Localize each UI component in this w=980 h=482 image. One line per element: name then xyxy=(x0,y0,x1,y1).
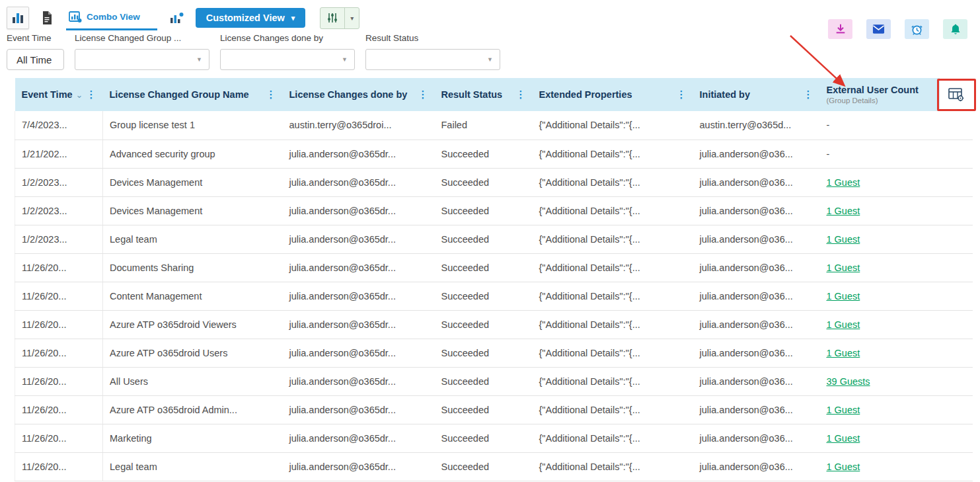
bell-icon xyxy=(950,23,961,36)
column-menu-icon[interactable]: ⋮ xyxy=(417,89,430,100)
cell-initiated-by: julia.anderson@o36... xyxy=(693,452,820,481)
column-header-external-user-count[interactable]: External User Count (Group Details) xyxy=(820,78,940,111)
column-menu-icon[interactable]: ⋮ xyxy=(515,89,527,100)
column-header-result-status[interactable]: Result Status ⋮ xyxy=(435,78,533,111)
caret-down-icon[interactable]: ▾ xyxy=(345,8,359,28)
customized-view-button[interactable]: Customized View ▾ xyxy=(196,8,306,28)
cell-event-time: 11/26/20... xyxy=(15,310,103,339)
group-name-filter-group: License Changed Group ... ▼ xyxy=(75,33,209,70)
select-caret-icon[interactable]: ▼ xyxy=(487,56,493,63)
column-header-initiated-by[interactable]: Initiated by ⋮ xyxy=(693,78,820,111)
guest-count-link[interactable]: 1 Guest xyxy=(827,234,860,245)
column-menu-icon[interactable]: ⋮ xyxy=(265,89,278,100)
cell-initiated-by: julia.anderson@o36... xyxy=(693,395,820,424)
summary-view-button[interactable] xyxy=(167,7,186,29)
cell-initiated-by: julia.anderson@o36... xyxy=(693,168,820,196)
document-icon xyxy=(41,11,53,25)
guest-count-link[interactable]: 1 Guest xyxy=(827,291,860,301)
chart-view-button[interactable] xyxy=(7,7,29,29)
cell-spacer xyxy=(940,310,973,339)
column-header-event-time[interactable]: Event Time ⌄ ⋮ xyxy=(15,78,103,111)
caret-down-icon: ▾ xyxy=(291,14,295,22)
column-header-changes-done-by[interactable]: License Changes done by ⋮ xyxy=(283,78,435,111)
guest-count-link[interactable]: 39 Guests xyxy=(827,376,870,387)
guest-count-link[interactable]: 1 Guest xyxy=(827,405,860,415)
guest-count-link[interactable]: 1 Guest xyxy=(827,433,860,444)
cell-external-user-count: 1 Guest xyxy=(820,339,940,367)
cell-extended-properties: {"Additional Details":"{... xyxy=(533,140,693,168)
cell-spacer xyxy=(940,452,973,481)
column-menu-icon[interactable]: ⋮ xyxy=(85,89,98,100)
cell-extended-properties: {"Additional Details":"{... xyxy=(533,196,693,225)
cell-extended-properties: {"Additional Details":"{... xyxy=(533,452,693,481)
document-view-button[interactable] xyxy=(37,7,57,29)
table-row: 11/26/20...Azure ATP o365droid Admin...j… xyxy=(15,395,973,424)
column-menu-icon[interactable]: ⋮ xyxy=(802,89,815,100)
cell-spacer xyxy=(940,367,973,395)
event-time-filter[interactable]: All Time xyxy=(7,49,64,70)
cell-initiated-by: julia.anderson@o36... xyxy=(693,253,820,282)
done-by-filter[interactable]: ▼ xyxy=(220,49,355,70)
cell-event-time: 1/2/2023... xyxy=(15,196,103,225)
table-row: 11/26/20...Azure ATP o365droid Viewersju… xyxy=(15,310,973,339)
guest-count-link[interactable]: 1 Guest xyxy=(827,262,860,273)
column-header-extended-properties[interactable]: Extended Properties ⋮ xyxy=(533,78,693,111)
cell-external-user-count: 1 Guest xyxy=(820,225,940,253)
cell-event-time: 11/26/20... xyxy=(15,339,103,367)
cell-result-status: Succeeded xyxy=(435,225,533,253)
event-time-filter-group: Event Time All Time xyxy=(7,33,64,70)
cell-event-time: 11/26/20... xyxy=(15,452,103,481)
cell-changes-done-by: julia.anderson@o365dr... xyxy=(283,168,435,196)
column-label: Result Status xyxy=(441,89,503,100)
guest-count-link[interactable]: 1 Guest xyxy=(827,348,860,358)
cell-initiated-by: julia.anderson@o36... xyxy=(693,310,820,339)
table-row: 7/4/2023...Group license test 1austin.te… xyxy=(15,111,973,140)
guest-count-link[interactable]: 1 Guest xyxy=(827,177,860,188)
cell-group-name: Legal team xyxy=(103,452,283,481)
combo-view-tab[interactable]: Combo View xyxy=(66,6,157,30)
column-label: Initiated by xyxy=(700,89,751,100)
guest-count-link[interactable]: 1 Guest xyxy=(827,206,860,216)
sort-icon[interactable]: ⌄ xyxy=(76,90,83,100)
result-status-filter[interactable]: ▼ xyxy=(365,49,500,70)
cell-extended-properties: {"Additional Details":"{... xyxy=(533,282,693,310)
cell-event-time: 11/26/20... xyxy=(15,424,103,452)
download-icon xyxy=(835,23,847,35)
cell-group-name: Documents Sharing xyxy=(103,253,283,282)
table-header-row: Event Time ⌄ ⋮ License Changed Group Nam… xyxy=(15,78,973,111)
guest-count-link[interactable]: 1 Guest xyxy=(827,462,860,472)
guest-count-link[interactable]: 1 Guest xyxy=(827,319,860,330)
toolbar: Combo View Customized View ▾ ▾ xyxy=(7,5,359,30)
cell-changes-done-by: julia.anderson@o365dr... xyxy=(283,452,435,481)
cell-group-name: Advanced security group xyxy=(103,140,283,168)
notification-button[interactable] xyxy=(943,19,967,39)
cell-initiated-by: julia.anderson@o36... xyxy=(693,225,820,253)
cell-changes-done-by: austin.terry@o365droi... xyxy=(283,111,435,140)
done-by-filter-group: License Changes done by ▼ xyxy=(220,33,355,70)
report-grid: Event Time ⌄ ⋮ License Changed Group Nam… xyxy=(15,78,972,481)
license-changes-table: Event Time ⌄ ⋮ License Changed Group Nam… xyxy=(15,78,973,481)
cell-external-user-count: - xyxy=(820,111,940,140)
cell-changes-done-by: julia.anderson@o365dr... xyxy=(283,253,435,282)
cell-event-time: 1/2/2023... xyxy=(15,225,103,253)
cell-external-user-count: 1 Guest xyxy=(820,310,940,339)
chart-summary-icon xyxy=(169,11,184,24)
email-button[interactable] xyxy=(866,19,891,39)
cell-extended-properties: {"Additional Details":"{... xyxy=(533,168,693,196)
column-settings-button[interactable] xyxy=(940,78,973,111)
column-menu-icon[interactable]: ⋮ xyxy=(675,89,688,100)
select-caret-icon[interactable]: ▼ xyxy=(196,56,202,63)
cell-group-name: Content Management xyxy=(103,282,283,310)
download-button[interactable] xyxy=(828,19,852,39)
cell-changes-done-by: julia.anderson@o365dr... xyxy=(283,140,435,168)
mail-icon xyxy=(872,24,885,34)
cell-spacer xyxy=(940,282,973,310)
group-name-filter[interactable]: ▼ xyxy=(75,49,209,70)
column-label: License Changes done by xyxy=(289,89,408,100)
column-header-group-name[interactable]: License Changed Group Name ⋮ xyxy=(103,78,283,111)
cell-spacer xyxy=(940,168,973,196)
select-caret-icon[interactable]: ▼ xyxy=(342,56,348,63)
column-sublabel: (Group Details) xyxy=(827,97,934,104)
view-settings-split-button[interactable]: ▾ xyxy=(320,7,359,29)
schedule-report-button[interactable] xyxy=(905,19,929,39)
